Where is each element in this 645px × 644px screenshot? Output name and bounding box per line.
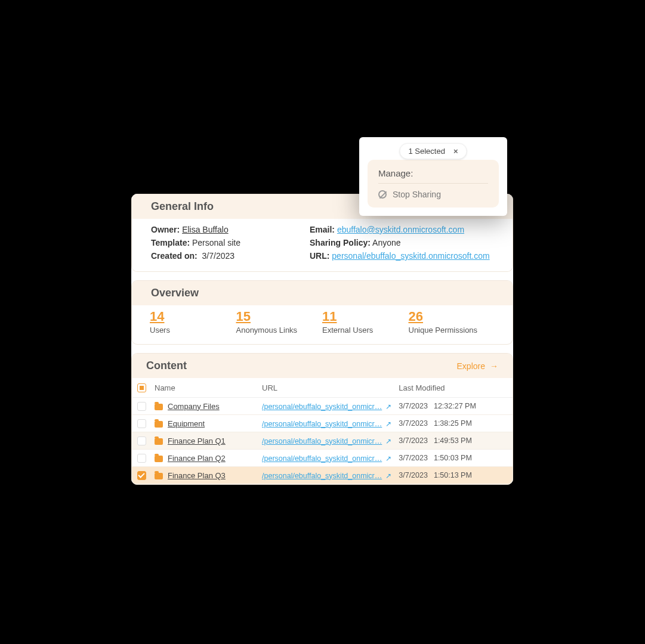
table-row[interactable]: Finance Plan Q3/personal/ebuffalo_syskit… [132,467,513,484]
item-modified: 3/7/202312:32:27 PM [395,398,513,415]
template-label: Template: [151,238,190,247]
row-checkbox[interactable] [137,471,146,480]
item-name[interactable]: Finance Plan Q2 [168,454,226,463]
policy-value: Anyone [372,238,400,247]
policy-label: Sharing Policy: [310,238,371,247]
folder-icon [155,438,163,445]
item-modified: 3/7/20231:50:03 PM [395,450,513,467]
item-url-link[interactable]: /personal/ebuffalo_syskitd_onmicr… [262,420,382,428]
content-section: Content Explore → Name URL Last Modified… [131,353,513,485]
overview-section: Overview 14Users15Anonymous Links11Exter… [131,280,513,345]
row-checkbox[interactable] [137,454,146,463]
item-name[interactable]: Finance Plan Q3 [168,471,226,480]
item-url-link[interactable]: /personal/ebuffalo_syskitd_onmicr… [262,402,382,411]
col-name[interactable]: Name [151,378,258,398]
row-checkbox[interactable] [137,419,146,428]
metric-value[interactable]: 26 [409,309,495,324]
owner-value[interactable]: Elisa Buffalo [182,225,229,234]
metric-3[interactable]: 26Unique Permissions [409,309,495,335]
select-all-checkbox[interactable] [137,383,146,392]
close-icon[interactable]: × [453,147,458,156]
folder-icon [155,473,163,479]
open-external-icon[interactable]: ↗ [385,402,391,411]
row-checkbox[interactable] [137,436,146,445]
item-modified: 3/7/20231:38:25 PM [395,415,513,432]
ban-icon [378,190,387,199]
created-label: Created on: [151,251,197,261]
content-title: Content [146,360,187,372]
created-value: 3/7/2023 [202,251,235,261]
table-row[interactable]: Equipment/personal/ebuffalo_syskitd_onmi… [132,415,513,432]
col-url[interactable]: URL [258,378,395,398]
table-row[interactable]: Finance Plan Q2/personal/ebuffalo_syskit… [132,450,513,467]
table-row[interactable]: Finance Plan Q1/personal/ebuffalo_syskit… [132,432,513,450]
folder-icon [155,404,163,410]
stop-sharing-label: Stop Sharing [393,190,441,199]
explore-button[interactable]: Explore → [457,361,498,371]
metric-value[interactable]: 14 [150,309,236,324]
folder-icon [155,456,163,462]
metric-2[interactable]: 11External Users [322,309,409,335]
open-external-icon[interactable]: ↗ [385,437,391,445]
metric-1[interactable]: 15Anonymous Links [236,309,323,335]
explore-label: Explore [457,361,485,371]
email-label: Email: [310,225,335,234]
item-url-link[interactable]: /personal/ebuffalo_syskitd_onmicr… [262,437,382,445]
metric-value[interactable]: 11 [322,309,409,324]
metric-label: External Users [322,326,409,335]
owner-label: Owner: [151,225,180,234]
stop-sharing-action[interactable]: Stop Sharing [378,183,488,199]
url-label: URL: [310,251,329,261]
metric-0[interactable]: 14Users [150,309,236,335]
site-url-link[interactable]: personal/ebuffalo_syskitd.onmicrosoft.co… [332,251,489,261]
table-row[interactable]: Company Files/personal/ebuffalo_syskitd_… [132,398,513,415]
manage-box: Manage: Stop Sharing [368,160,499,208]
selection-count: 1 Selected [408,147,445,156]
content-table: Name URL Last Modified Company Files/per… [132,378,513,484]
item-modified: 3/7/20231:49:53 PM [395,432,513,450]
metric-value[interactable]: 15 [236,309,323,324]
open-external-icon[interactable]: ↗ [385,454,391,463]
selection-panel: 1 Selected × Manage: Stop Sharing [359,137,507,216]
item-name[interactable]: Finance Plan Q1 [168,436,226,445]
item-url-link[interactable]: /personal/ebuffalo_syskitd_onmicr… [262,472,382,480]
folder-icon [155,421,163,428]
metric-label: Anonymous Links [236,326,323,335]
template-value: Personal site [192,238,240,247]
arrow-right-icon: → [490,361,498,371]
selection-pill: 1 Selected × [399,143,467,159]
metric-label: Unique Permissions [409,326,495,335]
col-modified[interactable]: Last Modified [395,378,513,398]
item-url-link[interactable]: /personal/ebuffalo_syskitd_onmicr… [262,454,382,463]
main-card: General Info Owner: Elisa Buffalo Email:… [131,194,513,485]
open-external-icon[interactable]: ↗ [385,420,391,428]
open-external-icon[interactable]: ↗ [385,472,391,480]
row-checkbox[interactable] [137,402,146,411]
metric-label: Users [150,326,236,335]
item-modified: 3/7/20231:50:13 PM [395,467,513,484]
item-name[interactable]: Equipment [168,419,205,428]
email-link[interactable]: ebuffalo@syskitd.onmicrosoft.com [337,225,464,234]
overview-title: Overview [132,281,513,305]
manage-title: Manage: [378,168,488,178]
item-name[interactable]: Company Files [168,402,220,411]
